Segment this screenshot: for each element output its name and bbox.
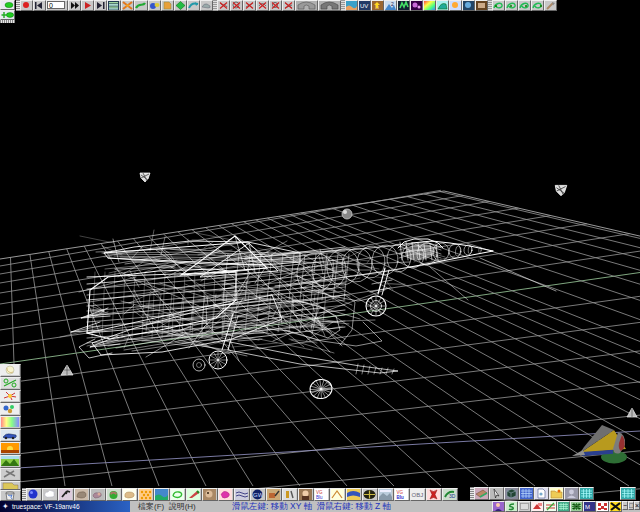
svg-text:OBJ: OBJ (412, 492, 424, 498)
svg-text:GW: GW (253, 492, 264, 498)
svg-text:M: M (585, 504, 590, 510)
svg-text:Blu: Blu (316, 495, 323, 500)
svg-text:2: 2 (391, 1, 394, 7)
svg-text:3D: 3D (449, 493, 456, 499)
svg-text:Blu: Blu (397, 495, 405, 500)
svg-text:UV: UV (360, 3, 368, 9)
